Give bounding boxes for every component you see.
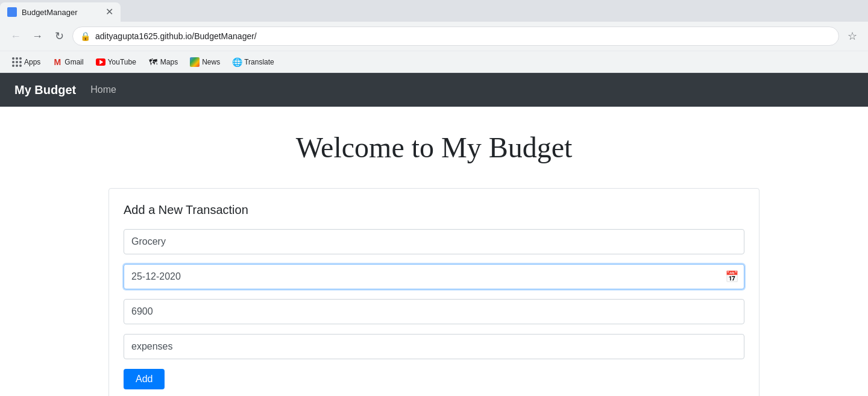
youtube-label: YouTube	[108, 58, 136, 66]
name-field-group	[124, 229, 744, 254]
bookmark-apps[interactable]: Apps	[7, 55, 45, 69]
forward-icon: →	[32, 30, 43, 43]
form-title: Add a New Transaction	[124, 203, 744, 217]
url-text: adityagupta1625.github.io/BudgetManager/	[95, 31, 257, 41]
tab-bar: BudgetManager ✕	[0, 0, 868, 22]
reload-button[interactable]: ↻	[51, 28, 68, 45]
app-navbar: My Budget Home	[0, 73, 868, 107]
bookmark-gmail[interactable]: M Gmail	[48, 55, 88, 69]
main-content: Welcome to My Budget Add a New Transacti…	[0, 107, 868, 396]
address-bar[interactable]: 🔒 adityagupta1625.github.io/BudgetManage…	[72, 27, 839, 46]
page-title: Welcome to My Budget	[12, 131, 856, 164]
bookmarks-bar: Apps M Gmail YouTube 🗺 Maps News	[0, 51, 868, 72]
transaction-type-input[interactable]	[124, 334, 744, 359]
amount-field-group	[124, 299, 744, 324]
tab-title: BudgetManager	[22, 8, 78, 17]
reload-icon: ↻	[55, 30, 64, 43]
transaction-amount-input[interactable]	[124, 299, 744, 324]
navigation-bar: ← → ↻ 🔒 adityagupta1625.github.io/Budget…	[0, 22, 868, 51]
bookmark-maps[interactable]: 🗺 Maps	[143, 55, 183, 69]
maps-icon: 🗺	[148, 57, 158, 67]
news-label: News	[202, 58, 220, 66]
transaction-name-input[interactable]	[124, 229, 744, 254]
apps-grid-icon	[12, 57, 22, 67]
active-tab[interactable]: BudgetManager ✕	[0, 2, 121, 22]
maps-label: Maps	[160, 58, 178, 66]
youtube-icon	[96, 57, 105, 67]
back-button[interactable]: ←	[7, 28, 24, 45]
gmail-icon: M	[52, 57, 62, 67]
browser-chrome: BudgetManager ✕ ← → ↻ 🔒 adityagupta1625.…	[0, 0, 868, 73]
tab-favicon	[7, 7, 17, 17]
tab-close-button[interactable]: ✕	[105, 7, 113, 17]
translate-label: Translate	[244, 58, 274, 66]
lock-icon: 🔒	[80, 31, 90, 41]
bookmark-youtube[interactable]: YouTube	[91, 55, 141, 69]
apps-label: Apps	[24, 58, 40, 66]
gmail-label: Gmail	[64, 58, 83, 66]
home-nav-link[interactable]: Home	[90, 84, 116, 95]
add-transaction-button[interactable]: Add	[124, 369, 165, 389]
add-button-group: Add	[124, 369, 744, 389]
date-field-group: 📅	[124, 264, 744, 289]
star-icon: ☆	[848, 30, 857, 43]
bookmark-news[interactable]: News	[185, 55, 225, 69]
transaction-date-input[interactable]	[124, 264, 744, 289]
translate-icon: 🌐	[232, 57, 242, 67]
type-field-group	[124, 334, 744, 359]
app-brand[interactable]: My Budget	[14, 83, 76, 97]
transaction-form-card: Add a New Transaction 📅 Add	[108, 188, 760, 396]
forward-button[interactable]: →	[29, 28, 46, 45]
news-icon	[190, 57, 200, 67]
bookmark-star-button[interactable]: ☆	[844, 28, 861, 45]
bookmark-translate[interactable]: 🌐 Translate	[227, 55, 279, 69]
back-icon: ←	[10, 30, 21, 43]
